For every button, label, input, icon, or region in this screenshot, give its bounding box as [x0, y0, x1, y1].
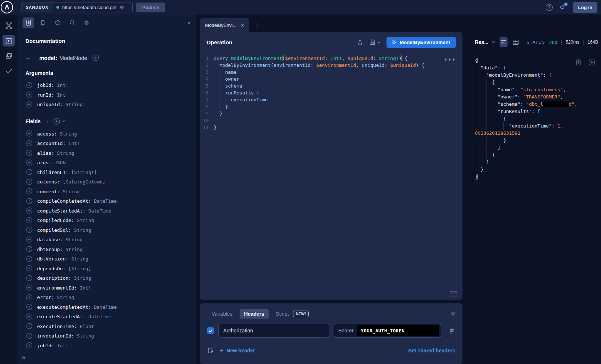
docs-tab-button[interactable]: [23, 17, 34, 28]
circle-plus-icon[interactable]: [26, 101, 32, 108]
field-item[interactable]: jobId: Int!: [25, 341, 188, 351]
editor-code[interactable]: 1query ModelByEnvironment($environmentId…: [200, 55, 462, 131]
announcements-button[interactable]: [559, 4, 566, 11]
field-item[interactable]: access: String: [25, 129, 188, 139]
nav-collections-button[interactable]: [3, 50, 15, 62]
share-icon[interactable]: [357, 39, 363, 46]
circle-plus-icon[interactable]: [26, 217, 32, 223]
field-item[interactable]: columns: [CatalogColumn]: [25, 177, 188, 187]
field-item[interactable]: executionTime: Float: [25, 321, 188, 331]
field-item[interactable]: compileCompletedAt: DateTime: [25, 196, 188, 206]
run-operation-button[interactable]: ModelByEnvironment: [386, 37, 456, 48]
back-arrow-icon[interactable]: ←: [25, 54, 34, 61]
field-item[interactable]: database: String: [25, 235, 188, 244]
field-item[interactable]: compiledSql: String: [25, 225, 188, 235]
circle-plus-icon[interactable]: [26, 207, 32, 214]
copy-clipboard-icon[interactable]: [575, 59, 582, 66]
sort-icon[interactable]: ↓: [46, 118, 49, 124]
field-item[interactable]: childrenL1: [String!]: [25, 167, 188, 177]
circle-plus-icon[interactable]: [26, 150, 32, 156]
header-key-input[interactable]: [219, 324, 329, 337]
circle-plus-icon[interactable]: [26, 323, 32, 329]
field-item[interactable]: error: String: [25, 292, 188, 302]
circle-plus-icon[interactable]: [26, 275, 32, 281]
expand-panel-button[interactable]: »: [22, 354, 25, 361]
endpoint-url[interactable]: https://metadata.cloud.get: [62, 5, 117, 10]
field-item[interactable]: invocationId: String: [25, 331, 188, 341]
history-button[interactable]: [52, 17, 63, 28]
field-item[interactable]: alias: String: [25, 148, 188, 158]
nav-checks-button[interactable]: [3, 65, 15, 77]
field-item[interactable]: accountId: Int!: [25, 138, 188, 148]
circle-plus-icon[interactable]: [26, 140, 32, 146]
circle-plus-icon[interactable]: [26, 256, 32, 262]
field-item[interactable]: executeCompletedAt: DateTime: [25, 302, 188, 312]
response-dropdown[interactable]: Res...: [475, 39, 496, 45]
circle-plus-icon[interactable]: [26, 333, 32, 339]
search-button[interactable]: [66, 17, 78, 28]
new-tab-button[interactable]: +: [255, 21, 259, 29]
preflight-script-icon[interactable]: [207, 347, 214, 354]
header-value-input[interactable]: Bearer YOUR_AUTH_TOKEN: [334, 324, 441, 337]
circle-plus-icon[interactable]: [26, 314, 32, 320]
saved-operations-button[interactable]: [37, 17, 49, 28]
circle-plus-icon[interactable]: [26, 236, 32, 243]
argument-item[interactable]: jobId: Int!: [25, 80, 188, 90]
circle-plus-icon[interactable]: [26, 159, 32, 166]
circle-plus-icon[interactable]: [26, 130, 32, 137]
set-shared-headers-link[interactable]: Set shared headers: [408, 348, 455, 353]
table-view-button[interactable]: [512, 37, 520, 47]
apollo-logo[interactable]: A: [1, 1, 13, 13]
circle-plus-icon[interactable]: [26, 304, 32, 310]
tab-script[interactable]: Script: [272, 309, 291, 319]
field-item[interactable]: dbtGroup: String: [25, 244, 188, 254]
field-item[interactable]: description: String: [25, 273, 188, 283]
delete-header-button[interactable]: [449, 327, 455, 334]
auth-token-value[interactable]: YOUR_AUTH_TOKEN: [357, 325, 439, 336]
publish-button[interactable]: Publish: [136, 3, 165, 12]
argument-item[interactable]: runId: Int: [25, 90, 188, 100]
endpoint-url-box[interactable]: https://metadata.cloud.get ⚙: [53, 5, 132, 10]
field-item[interactable]: dependsOn: [String]: [25, 264, 188, 274]
field-item[interactable]: args: JSON: [25, 158, 188, 167]
raw-view-button[interactable]: [500, 37, 508, 47]
collapse-panel-button[interactable]: «: [187, 19, 191, 27]
circle-plus-icon[interactable]: [26, 188, 32, 194]
circle-plus-icon[interactable]: [26, 227, 32, 233]
collapse-bottom-panel-button[interactable]: [451, 312, 455, 316]
circle-plus-icon[interactable]: [26, 284, 32, 291]
field-item[interactable]: compiledCode: String: [25, 215, 188, 225]
circle-plus-icon[interactable]: [26, 294, 32, 300]
keyboard-shortcuts-icon[interactable]: [449, 291, 457, 297]
help-icon[interactable]: ?: [546, 4, 553, 11]
circle-plus-icon[interactable]: [26, 246, 32, 252]
argument-item[interactable]: uniqueId: String!: [25, 100, 188, 109]
download-icon[interactable]: [588, 59, 595, 66]
circle-plus-icon[interactable]: [26, 198, 32, 204]
field-item[interactable]: compileStartedAt: DateTime: [25, 206, 188, 216]
nav-explorer-button[interactable]: [3, 35, 15, 46]
field-item[interactable]: dbtVersion: String: [25, 254, 188, 264]
operation-tab[interactable]: ModelByEnvi... ×: [200, 18, 249, 32]
tab-variables[interactable]: Variables: [207, 309, 237, 319]
connection-settings-gear-icon[interactable]: ⚙: [120, 5, 124, 10]
save-control[interactable]: [369, 39, 381, 45]
type-ref-type[interactable]: ModelNode: [59, 55, 87, 61]
add-fields-control[interactable]: [53, 118, 65, 125]
editor-options-menu[interactable]: •••: [444, 57, 456, 63]
circle-plus-icon[interactable]: [26, 82, 32, 88]
field-item[interactable]: environmentId: Int!: [25, 283, 188, 293]
circle-plus-icon[interactable]: [26, 265, 32, 271]
circle-plus-icon[interactable]: [26, 92, 32, 98]
field-item[interactable]: executeStartedAt: DateTime: [25, 312, 188, 321]
new-header-button[interactable]: + New header: [220, 347, 255, 354]
field-item[interactable]: comment: String: [25, 187, 188, 197]
close-tab-icon[interactable]: ×: [241, 22, 244, 28]
header-enabled-checkbox[interactable]: [207, 327, 214, 334]
circle-plus-icon[interactable]: [26, 169, 32, 175]
graphql-editor[interactable]: 1query ModelByEnvironment($environmentId…: [200, 52, 462, 300]
circle-plus-icon[interactable]: [26, 179, 32, 185]
nav-schema-button[interactable]: [3, 20, 15, 31]
settings-button[interactable]: ⚙: [81, 17, 92, 28]
circle-plus-icon[interactable]: [26, 342, 32, 348]
